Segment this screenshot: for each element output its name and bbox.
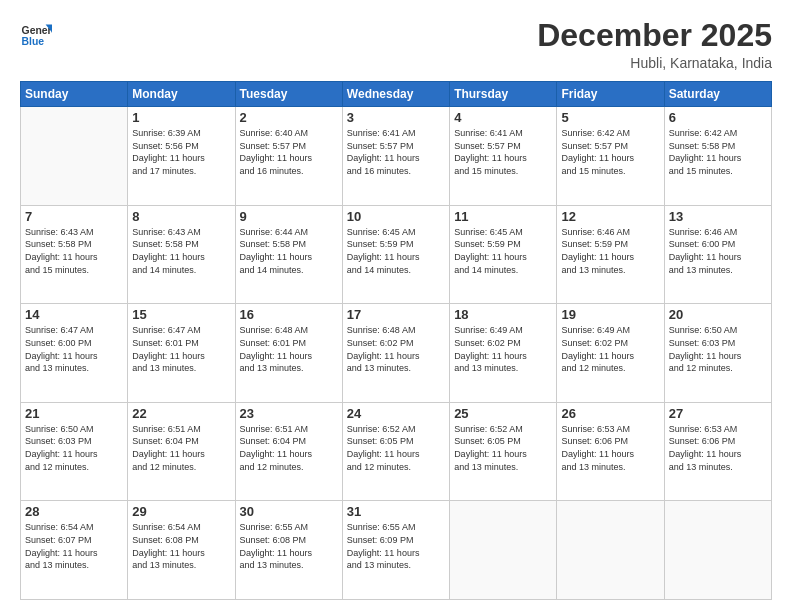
month-title: December 2025 [537, 18, 772, 53]
cell-info: Sunrise: 6:51 AMSunset: 6:04 PMDaylight:… [132, 423, 230, 473]
calendar-cell [664, 501, 771, 600]
cell-info: Sunrise: 6:41 AMSunset: 5:57 PMDaylight:… [347, 127, 445, 177]
day-number: 5 [561, 110, 659, 125]
calendar-cell: 25Sunrise: 6:52 AMSunset: 6:05 PMDayligh… [450, 402, 557, 501]
day-number: 14 [25, 307, 123, 322]
header: General Blue December 2025 Hubli, Karnat… [20, 18, 772, 71]
cell-info: Sunrise: 6:52 AMSunset: 6:05 PMDaylight:… [454, 423, 552, 473]
calendar-cell: 28Sunrise: 6:54 AMSunset: 6:07 PMDayligh… [21, 501, 128, 600]
cell-info: Sunrise: 6:54 AMSunset: 6:08 PMDaylight:… [132, 521, 230, 571]
day-number: 19 [561, 307, 659, 322]
cell-info: Sunrise: 6:48 AMSunset: 6:01 PMDaylight:… [240, 324, 338, 374]
calendar-week-row: 21Sunrise: 6:50 AMSunset: 6:03 PMDayligh… [21, 402, 772, 501]
calendar-cell: 7Sunrise: 6:43 AMSunset: 5:58 PMDaylight… [21, 205, 128, 304]
day-number: 31 [347, 504, 445, 519]
cell-info: Sunrise: 6:40 AMSunset: 5:57 PMDaylight:… [240, 127, 338, 177]
cell-info: Sunrise: 6:44 AMSunset: 5:58 PMDaylight:… [240, 226, 338, 276]
calendar-cell: 20Sunrise: 6:50 AMSunset: 6:03 PMDayligh… [664, 304, 771, 403]
calendar-cell: 8Sunrise: 6:43 AMSunset: 5:58 PMDaylight… [128, 205, 235, 304]
calendar-cell: 16Sunrise: 6:48 AMSunset: 6:01 PMDayligh… [235, 304, 342, 403]
calendar-header-row: SundayMondayTuesdayWednesdayThursdayFrid… [21, 82, 772, 107]
calendar-cell: 11Sunrise: 6:45 AMSunset: 5:59 PMDayligh… [450, 205, 557, 304]
cell-info: Sunrise: 6:53 AMSunset: 6:06 PMDaylight:… [561, 423, 659, 473]
calendar-cell: 10Sunrise: 6:45 AMSunset: 5:59 PMDayligh… [342, 205, 449, 304]
calendar-cell: 12Sunrise: 6:46 AMSunset: 5:59 PMDayligh… [557, 205, 664, 304]
calendar-cell: 9Sunrise: 6:44 AMSunset: 5:58 PMDaylight… [235, 205, 342, 304]
cell-info: Sunrise: 6:52 AMSunset: 6:05 PMDaylight:… [347, 423, 445, 473]
day-number: 25 [454, 406, 552, 421]
calendar-cell: 24Sunrise: 6:52 AMSunset: 6:05 PMDayligh… [342, 402, 449, 501]
day-number: 16 [240, 307, 338, 322]
day-number: 23 [240, 406, 338, 421]
cell-info: Sunrise: 6:41 AMSunset: 5:57 PMDaylight:… [454, 127, 552, 177]
cell-info: Sunrise: 6:43 AMSunset: 5:58 PMDaylight:… [25, 226, 123, 276]
calendar-header-sunday: Sunday [21, 82, 128, 107]
calendar-cell: 18Sunrise: 6:49 AMSunset: 6:02 PMDayligh… [450, 304, 557, 403]
day-number: 26 [561, 406, 659, 421]
cell-info: Sunrise: 6:42 AMSunset: 5:58 PMDaylight:… [669, 127, 767, 177]
calendar-cell: 17Sunrise: 6:48 AMSunset: 6:02 PMDayligh… [342, 304, 449, 403]
day-number: 29 [132, 504, 230, 519]
day-number: 24 [347, 406, 445, 421]
day-number: 8 [132, 209, 230, 224]
calendar-cell [21, 107, 128, 206]
calendar-header-wednesday: Wednesday [342, 82, 449, 107]
cell-info: Sunrise: 6:45 AMSunset: 5:59 PMDaylight:… [454, 226, 552, 276]
cell-info: Sunrise: 6:49 AMSunset: 6:02 PMDaylight:… [454, 324, 552, 374]
cell-info: Sunrise: 6:48 AMSunset: 6:02 PMDaylight:… [347, 324, 445, 374]
calendar-cell: 19Sunrise: 6:49 AMSunset: 6:02 PMDayligh… [557, 304, 664, 403]
calendar-cell: 30Sunrise: 6:55 AMSunset: 6:08 PMDayligh… [235, 501, 342, 600]
calendar-week-row: 28Sunrise: 6:54 AMSunset: 6:07 PMDayligh… [21, 501, 772, 600]
day-number: 10 [347, 209, 445, 224]
day-number: 17 [347, 307, 445, 322]
cell-info: Sunrise: 6:45 AMSunset: 5:59 PMDaylight:… [347, 226, 445, 276]
day-number: 22 [132, 406, 230, 421]
calendar-cell: 22Sunrise: 6:51 AMSunset: 6:04 PMDayligh… [128, 402, 235, 501]
calendar-cell [450, 501, 557, 600]
day-number: 27 [669, 406, 767, 421]
calendar-header-monday: Monday [128, 82, 235, 107]
cell-info: Sunrise: 6:53 AMSunset: 6:06 PMDaylight:… [669, 423, 767, 473]
day-number: 1 [132, 110, 230, 125]
calendar-cell: 1Sunrise: 6:39 AMSunset: 5:56 PMDaylight… [128, 107, 235, 206]
cell-info: Sunrise: 6:55 AMSunset: 6:09 PMDaylight:… [347, 521, 445, 571]
logo-icon: General Blue [20, 18, 52, 50]
page: General Blue December 2025 Hubli, Karnat… [0, 0, 792, 612]
cell-info: Sunrise: 6:43 AMSunset: 5:58 PMDaylight:… [132, 226, 230, 276]
day-number: 28 [25, 504, 123, 519]
logo: General Blue [20, 18, 52, 50]
calendar-cell: 4Sunrise: 6:41 AMSunset: 5:57 PMDaylight… [450, 107, 557, 206]
day-number: 30 [240, 504, 338, 519]
day-number: 21 [25, 406, 123, 421]
calendar-cell: 15Sunrise: 6:47 AMSunset: 6:01 PMDayligh… [128, 304, 235, 403]
calendar-cell: 6Sunrise: 6:42 AMSunset: 5:58 PMDaylight… [664, 107, 771, 206]
calendar-header-thursday: Thursday [450, 82, 557, 107]
day-number: 13 [669, 209, 767, 224]
calendar-week-row: 14Sunrise: 6:47 AMSunset: 6:00 PMDayligh… [21, 304, 772, 403]
cell-info: Sunrise: 6:46 AMSunset: 6:00 PMDaylight:… [669, 226, 767, 276]
calendar-table: SundayMondayTuesdayWednesdayThursdayFrid… [20, 81, 772, 600]
day-number: 7 [25, 209, 123, 224]
cell-info: Sunrise: 6:49 AMSunset: 6:02 PMDaylight:… [561, 324, 659, 374]
calendar-cell: 13Sunrise: 6:46 AMSunset: 6:00 PMDayligh… [664, 205, 771, 304]
calendar-cell: 14Sunrise: 6:47 AMSunset: 6:00 PMDayligh… [21, 304, 128, 403]
day-number: 12 [561, 209, 659, 224]
cell-info: Sunrise: 6:51 AMSunset: 6:04 PMDaylight:… [240, 423, 338, 473]
calendar-header-tuesday: Tuesday [235, 82, 342, 107]
calendar-cell: 21Sunrise: 6:50 AMSunset: 6:03 PMDayligh… [21, 402, 128, 501]
calendar-header-friday: Friday [557, 82, 664, 107]
cell-info: Sunrise: 6:50 AMSunset: 6:03 PMDaylight:… [25, 423, 123, 473]
calendar-cell: 5Sunrise: 6:42 AMSunset: 5:57 PMDaylight… [557, 107, 664, 206]
calendar-cell: 26Sunrise: 6:53 AMSunset: 6:06 PMDayligh… [557, 402, 664, 501]
cell-info: Sunrise: 6:54 AMSunset: 6:07 PMDaylight:… [25, 521, 123, 571]
cell-info: Sunrise: 6:42 AMSunset: 5:57 PMDaylight:… [561, 127, 659, 177]
svg-text:Blue: Blue [22, 36, 45, 47]
day-number: 6 [669, 110, 767, 125]
cell-info: Sunrise: 6:39 AMSunset: 5:56 PMDaylight:… [132, 127, 230, 177]
day-number: 4 [454, 110, 552, 125]
day-number: 20 [669, 307, 767, 322]
calendar-cell: 31Sunrise: 6:55 AMSunset: 6:09 PMDayligh… [342, 501, 449, 600]
cell-info: Sunrise: 6:50 AMSunset: 6:03 PMDaylight:… [669, 324, 767, 374]
day-number: 3 [347, 110, 445, 125]
title-block: December 2025 Hubli, Karnataka, India [537, 18, 772, 71]
